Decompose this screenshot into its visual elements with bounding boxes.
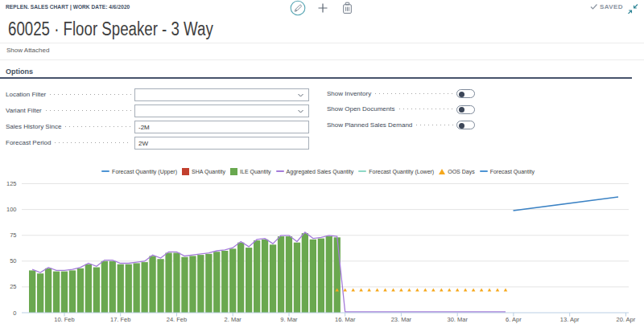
svg-text:50: 50 bbox=[10, 257, 16, 264]
svg-text:6. Apr: 6. Apr bbox=[506, 316, 522, 323]
svg-text:30. Mar: 30. Mar bbox=[447, 316, 468, 323]
svg-text:10. Feb: 10. Feb bbox=[54, 316, 74, 323]
svg-text:24. Feb: 24. Feb bbox=[167, 316, 187, 323]
svg-text:20. Apr: 20. Apr bbox=[617, 316, 636, 323]
svg-text:17. Feb: 17. Feb bbox=[110, 316, 130, 323]
svg-text:9. Mar: 9. Mar bbox=[280, 316, 298, 323]
svg-text:125: 125 bbox=[6, 180, 17, 187]
svg-text:13. Apr: 13. Apr bbox=[560, 316, 580, 323]
svg-text:23. Mar: 23. Mar bbox=[391, 316, 412, 323]
svg-text:0: 0 bbox=[13, 309, 16, 317]
svg-text:75: 75 bbox=[10, 232, 16, 239]
svg-text:100: 100 bbox=[6, 206, 17, 213]
svg-text:25: 25 bbox=[10, 283, 16, 290]
svg-text:2. Mar: 2. Mar bbox=[225, 316, 242, 323]
svg-text:16. Mar: 16. Mar bbox=[335, 316, 356, 323]
